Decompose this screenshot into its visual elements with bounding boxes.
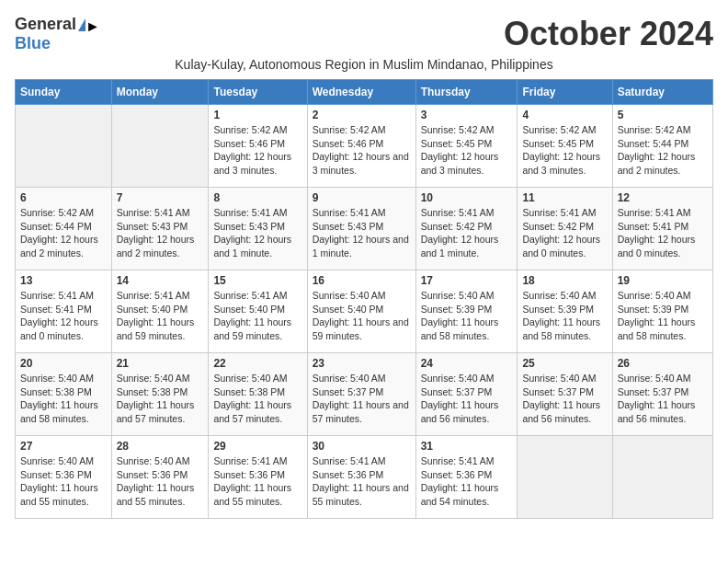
cell-content: Sunrise: 5:42 AM Sunset: 5:44 PM Dayligh… xyxy=(618,123,708,178)
day-number: 2 xyxy=(313,109,411,121)
calendar-cell xyxy=(111,105,209,188)
calendar-cell: 26Sunrise: 5:40 AM Sunset: 5:37 PM Dayli… xyxy=(612,353,712,436)
cell-content: Sunrise: 5:41 AM Sunset: 5:43 PM Dayligh… xyxy=(117,206,204,260)
month-title: October 2024 xyxy=(504,15,713,53)
day-number: 18 xyxy=(522,274,607,287)
day-number: 19 xyxy=(618,274,708,287)
calendar-cell: 22Sunrise: 5:40 AM Sunset: 5:38 PM Dayli… xyxy=(209,353,307,436)
calendar-cell xyxy=(16,105,112,188)
calendar-cell: 31Sunrise: 5:41 AM Sunset: 5:36 PM Dayli… xyxy=(415,436,518,519)
day-number: 24 xyxy=(421,357,513,370)
calendar-cell: 20Sunrise: 5:40 AM Sunset: 5:38 PM Dayli… xyxy=(16,353,112,436)
calendar-header-tuesday: Tuesday xyxy=(209,80,307,105)
cell-content: Sunrise: 5:42 AM Sunset: 5:45 PM Dayligh… xyxy=(522,123,607,178)
cell-content: Sunrise: 5:40 AM Sunset: 5:37 PM Dayligh… xyxy=(522,372,607,426)
day-number: 7 xyxy=(117,191,204,204)
day-number: 3 xyxy=(421,109,513,121)
calendar-cell: 13Sunrise: 5:41 AM Sunset: 5:41 PM Dayli… xyxy=(16,270,112,353)
calendar-cell: 21Sunrise: 5:40 AM Sunset: 5:38 PM Dayli… xyxy=(111,353,209,436)
calendar-cell: 29Sunrise: 5:41 AM Sunset: 5:36 PM Dayli… xyxy=(209,436,307,519)
calendar-cell: 28Sunrise: 5:40 AM Sunset: 5:36 PM Dayli… xyxy=(111,436,209,519)
calendar-cell: 25Sunrise: 5:40 AM Sunset: 5:37 PM Dayli… xyxy=(518,353,612,436)
cell-content: Sunrise: 5:42 AM Sunset: 5:44 PM Dayligh… xyxy=(20,206,107,260)
calendar-cell: 18Sunrise: 5:40 AM Sunset: 5:39 PM Dayli… xyxy=(518,270,612,353)
cell-content: Sunrise: 5:41 AM Sunset: 5:43 PM Dayligh… xyxy=(213,206,301,260)
logo-general-text: General xyxy=(15,15,76,34)
calendar-cell: 15Sunrise: 5:41 AM Sunset: 5:40 PM Dayli… xyxy=(209,270,307,353)
calendar-cell: 4Sunrise: 5:42 AM Sunset: 5:45 PM Daylig… xyxy=(518,105,612,188)
calendar-header-friday: Friday xyxy=(518,80,612,105)
day-number: 11 xyxy=(522,191,607,204)
calendar-cell: 17Sunrise: 5:40 AM Sunset: 5:39 PM Dayli… xyxy=(415,270,518,353)
cell-content: Sunrise: 5:40 AM Sunset: 5:37 PM Dayligh… xyxy=(313,372,411,426)
calendar-cell: 2Sunrise: 5:42 AM Sunset: 5:46 PM Daylig… xyxy=(307,105,415,188)
cell-content: Sunrise: 5:42 AM Sunset: 5:45 PM Dayligh… xyxy=(421,123,513,178)
calendar-cell: 12Sunrise: 5:41 AM Sunset: 5:41 PM Dayli… xyxy=(612,188,712,270)
calendar-header-sunday: Sunday xyxy=(16,80,112,105)
calendar-cell: 16Sunrise: 5:40 AM Sunset: 5:40 PM Dayli… xyxy=(307,270,415,353)
calendar-cell: 8Sunrise: 5:41 AM Sunset: 5:43 PM Daylig… xyxy=(209,188,307,270)
calendar-cell: 23Sunrise: 5:40 AM Sunset: 5:37 PM Dayli… xyxy=(307,353,415,436)
calendar-cell: 1Sunrise: 5:42 AM Sunset: 5:46 PM Daylig… xyxy=(209,105,307,188)
day-number: 1 xyxy=(213,109,301,121)
calendar-cell: 27Sunrise: 5:40 AM Sunset: 5:36 PM Dayli… xyxy=(16,436,112,519)
calendar-cell: 24Sunrise: 5:40 AM Sunset: 5:37 PM Dayli… xyxy=(415,353,518,436)
cell-content: Sunrise: 5:40 AM Sunset: 5:36 PM Dayligh… xyxy=(117,454,204,509)
cell-content: Sunrise: 5:40 AM Sunset: 5:38 PM Dayligh… xyxy=(117,372,204,426)
calendar-cell: 9Sunrise: 5:41 AM Sunset: 5:43 PM Daylig… xyxy=(307,188,415,270)
day-number: 16 xyxy=(313,274,411,287)
calendar-cell xyxy=(612,436,712,519)
day-number: 23 xyxy=(313,357,411,370)
day-number: 8 xyxy=(213,191,301,204)
day-number: 22 xyxy=(213,357,301,370)
day-number: 17 xyxy=(421,274,513,287)
cell-content: Sunrise: 5:41 AM Sunset: 5:43 PM Dayligh… xyxy=(313,206,411,260)
cell-content: Sunrise: 5:40 AM Sunset: 5:39 PM Dayligh… xyxy=(421,289,513,343)
calendar-cell: 30Sunrise: 5:41 AM Sunset: 5:36 PM Dayli… xyxy=(307,436,415,519)
calendar-cell: 6Sunrise: 5:42 AM Sunset: 5:44 PM Daylig… xyxy=(16,188,112,270)
day-number: 10 xyxy=(421,191,513,204)
cell-content: Sunrise: 5:41 AM Sunset: 5:40 PM Dayligh… xyxy=(117,289,204,343)
logo-icon: ► xyxy=(78,18,85,31)
calendar-cell: 5Sunrise: 5:42 AM Sunset: 5:44 PM Daylig… xyxy=(612,105,712,188)
day-number: 15 xyxy=(213,274,301,287)
day-number: 31 xyxy=(421,440,513,453)
calendar-header-saturday: Saturday xyxy=(612,80,712,105)
cell-content: Sunrise: 5:41 AM Sunset: 5:36 PM Dayligh… xyxy=(421,454,513,509)
calendar-cell: 11Sunrise: 5:41 AM Sunset: 5:42 PM Dayli… xyxy=(518,188,612,270)
day-number: 20 xyxy=(20,357,107,370)
calendar-cell: 7Sunrise: 5:41 AM Sunset: 5:43 PM Daylig… xyxy=(111,188,209,270)
calendar-cell: 10Sunrise: 5:41 AM Sunset: 5:42 PM Dayli… xyxy=(415,188,518,270)
day-number: 14 xyxy=(117,274,204,287)
calendar-cell: 14Sunrise: 5:41 AM Sunset: 5:40 PM Dayli… xyxy=(111,270,209,353)
day-number: 4 xyxy=(522,109,607,121)
page-subtitle: Kulay-Kulay, Autonomous Region in Muslim… xyxy=(15,57,713,72)
day-number: 12 xyxy=(618,191,708,204)
calendar-cell: 19Sunrise: 5:40 AM Sunset: 5:39 PM Dayli… xyxy=(612,270,712,353)
cell-content: Sunrise: 5:40 AM Sunset: 5:36 PM Dayligh… xyxy=(20,454,107,509)
day-number: 9 xyxy=(313,191,411,204)
logo-blue-text: Blue xyxy=(15,34,51,53)
cell-content: Sunrise: 5:40 AM Sunset: 5:39 PM Dayligh… xyxy=(618,289,708,343)
day-number: 13 xyxy=(20,274,107,287)
day-number: 27 xyxy=(20,440,107,453)
cell-content: Sunrise: 5:40 AM Sunset: 5:37 PM Dayligh… xyxy=(421,372,513,426)
calendar-cell xyxy=(518,436,612,519)
day-number: 21 xyxy=(117,357,204,370)
cell-content: Sunrise: 5:40 AM Sunset: 5:38 PM Dayligh… xyxy=(20,372,107,426)
cell-content: Sunrise: 5:41 AM Sunset: 5:36 PM Dayligh… xyxy=(313,454,411,509)
cell-content: Sunrise: 5:40 AM Sunset: 5:39 PM Dayligh… xyxy=(522,289,607,343)
cell-content: Sunrise: 5:41 AM Sunset: 5:41 PM Dayligh… xyxy=(618,206,708,260)
cell-content: Sunrise: 5:40 AM Sunset: 5:40 PM Dayligh… xyxy=(313,289,411,343)
day-number: 5 xyxy=(618,109,708,121)
cell-content: Sunrise: 5:40 AM Sunset: 5:37 PM Dayligh… xyxy=(618,372,708,426)
logo: General ► Blue xyxy=(15,15,85,53)
cell-content: Sunrise: 5:41 AM Sunset: 5:41 PM Dayligh… xyxy=(20,289,107,343)
cell-content: Sunrise: 5:40 AM Sunset: 5:38 PM Dayligh… xyxy=(213,372,301,426)
day-number: 29 xyxy=(213,440,301,453)
cell-content: Sunrise: 5:41 AM Sunset: 5:42 PM Dayligh… xyxy=(421,206,513,260)
cell-content: Sunrise: 5:42 AM Sunset: 5:46 PM Dayligh… xyxy=(213,123,301,178)
cell-content: Sunrise: 5:41 AM Sunset: 5:36 PM Dayligh… xyxy=(213,454,301,509)
day-number: 28 xyxy=(117,440,204,453)
cell-content: Sunrise: 5:42 AM Sunset: 5:46 PM Dayligh… xyxy=(313,123,411,178)
